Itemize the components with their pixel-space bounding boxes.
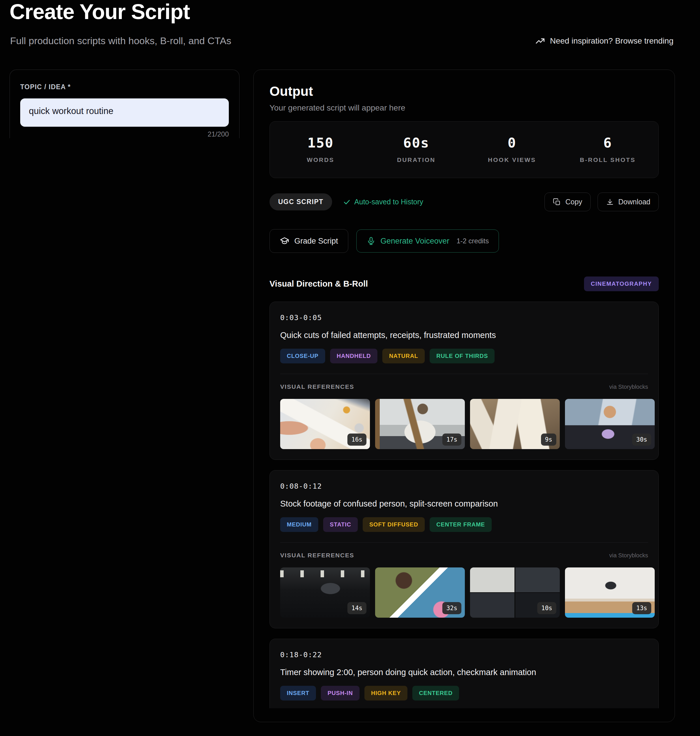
stat-words-value: 150 xyxy=(273,135,368,151)
shot-1-description: Quick cuts of failed attempts, receipts,… xyxy=(280,330,648,340)
video-thumbnail-living-room-jump[interactable]: 13s xyxy=(565,567,655,618)
tag-handheld: HANDHELD xyxy=(330,349,378,364)
shot-2-timecode: 0:08-0:12 xyxy=(280,482,648,490)
storyblocks-attribution: via Storyblocks xyxy=(609,384,649,390)
divider xyxy=(280,542,648,543)
duration-badge: 17s xyxy=(442,434,461,446)
script-type-badge: UGC SCRIPT xyxy=(269,193,332,210)
tag-insert: INSERT xyxy=(280,686,316,701)
generate-voiceover-button[interactable]: Generate Voiceover 1-2 credits xyxy=(356,230,499,253)
tag-natural: NATURAL xyxy=(382,349,425,364)
topic-panel: TOPIC / IDEA * quick workout routine 21/… xyxy=(10,69,240,138)
cinematography-badge: CINEMATOGRAPHY xyxy=(584,277,659,291)
shot-1-thumbnails: 16s 17s 9s 30s xyxy=(280,399,648,449)
video-thumbnail-treadmill[interactable]: 14s xyxy=(280,567,370,618)
copy-icon xyxy=(553,198,561,206)
visual-references-label: VISUAL REFERENCES xyxy=(280,552,354,559)
duration-badge: 10s xyxy=(537,602,556,614)
stat-duration: 60s DURATION xyxy=(368,135,464,163)
stat-broll-shots-label: B-ROLL SHOTS xyxy=(560,156,656,163)
shot-3-timecode: 0:18-0:22 xyxy=(280,651,648,659)
video-thumbnail-gym-collage[interactable]: 10s xyxy=(470,567,560,618)
output-subtitle: Your generated script will appear here xyxy=(269,103,659,113)
output-panel: Output Your generated script will appear… xyxy=(253,69,675,722)
voiceover-credits: 1-2 credits xyxy=(456,237,489,245)
stat-duration-label: DURATION xyxy=(368,156,464,163)
stat-words-label: WORDS xyxy=(273,156,368,163)
stat-broll-shots: 6 B-ROLL SHOTS xyxy=(560,135,656,163)
shot-1-timecode: 0:03-0:05 xyxy=(280,314,648,322)
copy-label: Copy xyxy=(565,198,582,206)
page-subtitle: Full production scripts with hooks, B-ro… xyxy=(10,35,231,47)
video-thumbnail-receipt-money[interactable]: 16s xyxy=(280,399,370,449)
script-stats-card: 150 WORDS 60s DURATION 0 HOOK VIEWS 6 B-… xyxy=(269,121,659,178)
microphone-icon xyxy=(366,236,376,246)
download-label: Download xyxy=(618,198,650,206)
grade-script-button[interactable]: Grade Script xyxy=(269,229,348,253)
stat-words: 150 WORDS xyxy=(273,135,368,163)
trending-up-icon xyxy=(535,36,546,46)
shot-2-tags: MEDIUM STATIC SOFT DIFFUSED CENTER FRAME xyxy=(280,517,648,532)
shot-3-tags: INSERT PUSH-IN HIGH KEY CENTERED xyxy=(280,686,648,701)
autosave-label: Auto-saved to History xyxy=(354,198,423,206)
browse-trending-link[interactable]: Need inspiration? Browse trending xyxy=(535,36,674,46)
output-panel-content: Output Your generated script will appear… xyxy=(269,83,659,708)
graduation-cap-icon xyxy=(279,236,290,246)
generate-voiceover-label: Generate Voiceover xyxy=(381,237,450,246)
visual-references-label: VISUAL REFERENCES xyxy=(280,383,354,390)
topic-input[interactable]: quick workout routine xyxy=(20,99,229,127)
copy-button[interactable]: Copy xyxy=(544,193,590,211)
shot-2-description: Stock footage of confused person, split-… xyxy=(280,499,648,509)
video-thumbnail-gym-towel[interactable]: 17s xyxy=(375,399,465,449)
autosave-status: Auto-saved to History xyxy=(343,198,423,206)
topic-label: TOPIC / IDEA * xyxy=(20,83,229,91)
tag-medium: MEDIUM xyxy=(280,517,318,532)
duration-badge: 9s xyxy=(541,434,556,446)
check-icon xyxy=(343,198,351,206)
tag-push-in: PUSH-IN xyxy=(321,686,360,701)
tag-center-frame: CENTER FRAME xyxy=(429,517,492,532)
download-icon xyxy=(606,198,614,206)
stat-hook-views-value: 0 xyxy=(464,135,560,151)
shot-1-tags: CLOSE-UP HANDHELD NATURAL RULE OF THIRDS xyxy=(280,349,648,364)
shot-card-3: 0:18-0:22 Timer showing 2:00, person doi… xyxy=(269,639,659,708)
shot-3-description: Timer showing 2:00, person doing quick a… xyxy=(280,668,648,677)
download-button[interactable]: Download xyxy=(597,193,659,211)
tag-centered: CENTERED xyxy=(412,686,459,701)
duration-badge: 32s xyxy=(442,602,461,614)
duration-badge: 30s xyxy=(632,434,651,446)
shot-2-thumbnails: 14s 32s 10s 13s xyxy=(280,567,648,618)
export-actions: Copy Download xyxy=(544,193,659,211)
tag-soft-diffused: SOFT DIFFUSED xyxy=(363,517,425,532)
tag-rule-of-thirds: RULE OF THIRDS xyxy=(429,349,494,364)
char-counter: 21/200 xyxy=(20,130,229,138)
video-thumbnail-split-screen-face[interactable]: 32s xyxy=(375,567,465,618)
shot-card-2: 0:08-0:12 Stock footage of confused pers… xyxy=(269,470,659,629)
duration-badge: 14s xyxy=(347,602,366,614)
tag-high-key: HIGH KEY xyxy=(365,686,407,701)
shot-card-1: 0:03-0:05 Quick cuts of failed attempts,… xyxy=(269,302,659,460)
video-thumbnail-stressed-man[interactable]: 30s xyxy=(565,399,655,449)
browse-trending-label: Need inspiration? Browse trending xyxy=(550,36,674,46)
grade-script-label: Grade Script xyxy=(294,237,338,246)
script-status-group: UGC SCRIPT Auto-saved to History xyxy=(269,193,423,210)
page-background: Create Your Script Full production scrip… xyxy=(0,0,700,736)
duration-badge: 16s xyxy=(347,434,366,446)
tag-close-up: CLOSE-UP xyxy=(280,349,325,364)
broll-section-title: Visual Direction & B-Roll xyxy=(269,279,368,289)
divider xyxy=(280,374,648,374)
storyblocks-attribution: via Storyblocks xyxy=(609,552,649,559)
output-title: Output xyxy=(269,83,659,99)
stat-hook-views-label: HOOK VIEWS xyxy=(464,156,560,163)
stat-broll-shots-value: 6 xyxy=(560,135,656,151)
duration-badge: 13s xyxy=(632,602,651,614)
page-title: Create Your Script xyxy=(10,0,190,24)
stat-duration-value: 60s xyxy=(368,135,464,151)
stat-hook-views: 0 HOOK VIEWS xyxy=(464,135,560,163)
tag-static: STATIC xyxy=(323,517,358,532)
video-thumbnail-envelopes[interactable]: 9s xyxy=(470,399,560,449)
